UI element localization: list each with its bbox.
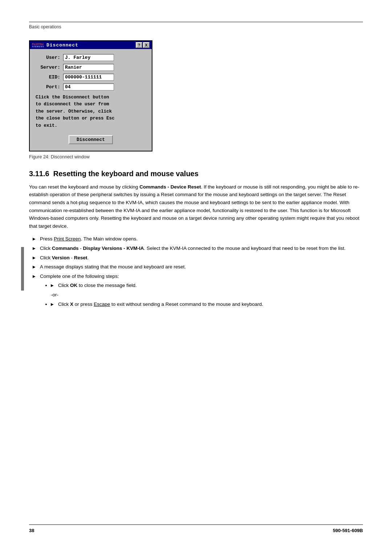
user-field-row: User: J. Farley — [36, 54, 146, 61]
user-label: User: — [36, 55, 60, 60]
figure-caption: Figure 24: Disconnect window — [29, 154, 363, 159]
list-item: A message displays stating that the mous… — [33, 263, 363, 271]
user-value: J. Farley — [63, 54, 114, 61]
disconnect-dialog: FUJITSU SIEMENS Disconnect ? X User: J. … — [29, 40, 152, 151]
server-label: Server: — [36, 65, 60, 70]
section-title: Resetting the keyboard and mouse values — [53, 170, 199, 178]
list-item: Click Version - Reset. — [33, 254, 363, 262]
left-accent-bar — [21, 247, 24, 291]
eid-value: 000000-111111 — [63, 74, 114, 81]
sub-steps-list: Click OK to close the message field. — [51, 281, 363, 289]
list-item: Complete one of the following steps: Cli… — [33, 272, 363, 308]
dialog-title: Disconnect — [46, 42, 78, 48]
eid-label: EID: — [36, 74, 60, 80]
disconnect-button[interactable]: Disconnect — [69, 135, 113, 144]
section-number: 3.11.6 — [29, 170, 49, 178]
eid-field-row: EID: 000000-111111 — [36, 74, 146, 81]
sub-steps-list-2: Click X or press Escape to exit without … — [51, 300, 363, 308]
dialog-footer: Disconnect — [36, 135, 146, 146]
escape-link: Escape — [94, 301, 110, 307]
section-heading: 3.11.6 Resetting the keyboard and mouse … — [29, 170, 363, 178]
port-value: 04 — [63, 84, 114, 90]
or-separator: -or- — [51, 291, 363, 299]
page-number: 38 — [29, 528, 34, 533]
top-rule: Basic operations — [29, 22, 363, 29]
print-screen-link: Print Screen — [54, 236, 81, 242]
steps-list: Press Print Screen. The Main window open… — [33, 235, 363, 308]
list-item: Press Print Screen. The Main window open… — [33, 235, 363, 243]
titlebar-buttons: ? X — [136, 42, 150, 48]
doc-number: 590-591-609B — [333, 528, 363, 533]
section-label: Basic operations — [29, 24, 363, 29]
port-label: Port: — [36, 84, 60, 90]
close-button[interactable]: X — [143, 42, 150, 48]
titlebar-left: FUJITSU SIEMENS Disconnect — [32, 42, 78, 48]
page-footer: 38 590-591-609B — [29, 524, 363, 533]
body-paragraph: You can reset the keyboard and mouse by … — [29, 183, 363, 230]
dialog-body: User: J. Farley Server: Ranier EID: 0000… — [30, 49, 152, 151]
fujitsu-siemens-logo: FUJITSU SIEMENS — [32, 43, 44, 48]
sub-list-item: Click X or press Escape to exit without … — [51, 300, 363, 308]
server-field-row: Server: Ranier — [36, 64, 146, 71]
server-value: Ranier — [63, 64, 114, 71]
dialog-titlebar: FUJITSU SIEMENS Disconnect ? X — [30, 41, 152, 49]
help-button[interactable]: ? — [136, 42, 142, 48]
sub-list-item: Click OK to close the message field. — [51, 281, 363, 289]
dialog-message: Click the Disconnect button to disconnec… — [36, 94, 146, 129]
list-item: Click Commands - Display Versions - KVM-… — [33, 244, 363, 252]
dialog-wrapper: FUJITSU SIEMENS Disconnect ? X User: J. … — [29, 40, 363, 151]
port-field-row: Port: 04 — [36, 84, 146, 90]
